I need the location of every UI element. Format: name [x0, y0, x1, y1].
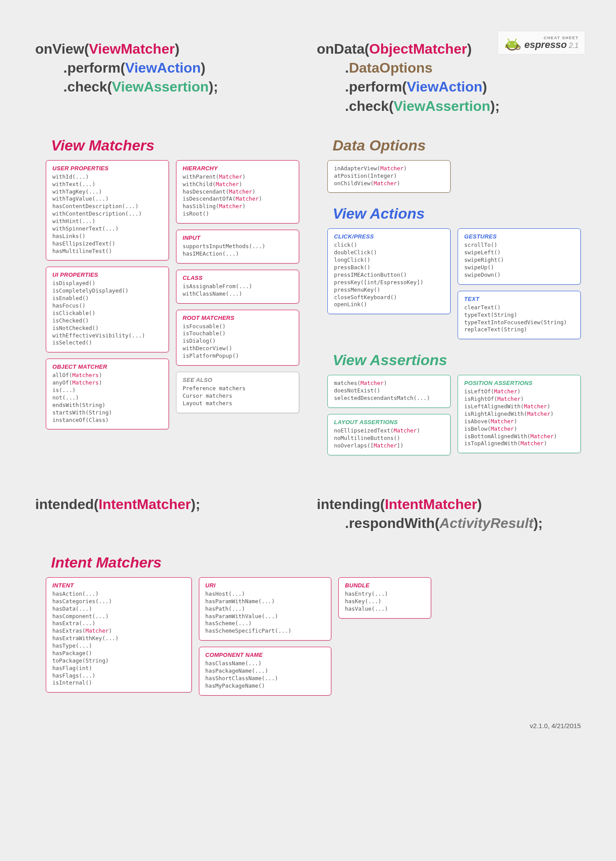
box-assertions-main: matches(Matcher)doesNotExist()selectedDe… [327, 375, 451, 408]
box-user-properties: USER PROPERTIES withId(...) withText(...… [46, 160, 169, 261]
signature-intending: intending(IntentMatcher) .respondWith(Ac… [317, 495, 581, 533]
logo-name: espresso [524, 39, 567, 50]
box-bundle: BUNDLE hasEntry(...) hasKey(...) hasValu… [338, 577, 431, 619]
box-text: TEXT clearText() typeText(String) typeTe… [458, 291, 581, 340]
box-component-name: COMPONENT NAME hasClassName(...) hasPack… [199, 647, 331, 696]
box-click-press: CLICK/PRESS click() doubleClick() longCl… [327, 228, 451, 314]
logo-badge: CHEAT SHEET espresso 2.1 [498, 31, 585, 55]
box-object-matcher: OBJECT MATCHER allOf(Matchers)anyOf(Matc… [46, 359, 169, 429]
signature-intended: intended(IntentMatcher); [35, 495, 299, 514]
footer-version: v2.1.0, 4/21/2015 [35, 722, 581, 729]
box-layout-assertions: LAYOUT ASSERTIONS noEllipseizedText(Matc… [327, 414, 451, 455]
box-class: CLASS isAssignableFrom(...) withClassNam… [176, 270, 299, 304]
box-input: INPUT supportsInputMethods(...) hasIMEAc… [176, 230, 299, 264]
heading-view-assertions: View Assertions [333, 352, 581, 369]
box-position-assertions: POSITION ASSERTIONS isLeftOf(Matcher)isR… [458, 375, 581, 453]
heading-intent-matchers: Intent Matchers [51, 554, 581, 571]
logo-version: 2.1 [569, 42, 579, 49]
heading-view-actions: View Actions [333, 205, 581, 222]
box-intent: INTENT hasAction(...)hasCategories(...)h… [46, 577, 192, 692]
box-see-also: SEE ALSO Preference matchers Cursor matc… [176, 372, 299, 413]
box-root-matchers: ROOT MATCHERS isFocusable() isTouchable(… [176, 310, 299, 366]
heading-data-options: Data Options [333, 137, 581, 154]
heading-view-matchers: View Matchers [51, 137, 299, 154]
box-ui-properties: UI PROPERTIES isDisplayed() isCompletely… [46, 267, 169, 352]
box-hierarchy: HIERARCHY withParent(Matcher)withChild(M… [176, 160, 299, 223]
box-data-options: inAdapterView(Matcher)atPosition(Integer… [327, 160, 451, 193]
signature-onview: onView(ViewMatcher) .perform(ViewAction)… [35, 40, 299, 97]
box-gestures: GESTURES scrollTo() swipeLeft() swipeRig… [458, 228, 581, 284]
box-uri: URI hasHost(...) hasParamWithName(...) h… [199, 577, 331, 641]
android-espresso-icon [504, 35, 520, 51]
